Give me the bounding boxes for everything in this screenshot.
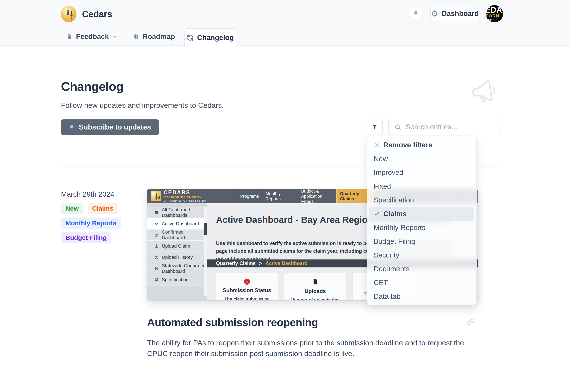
menu-item-documents[interactable]: Documents [367,262,476,276]
search-box [388,119,502,135]
brand[interactable]: Cedars [61,6,112,22]
sidebar-scrollbar[interactable] [204,207,207,296]
feedback-box-icon [66,33,73,40]
tab-feedback-label: Feedback [76,32,109,41]
sidebar-item-active-dashboard[interactable]: Active Dashboard [147,218,207,230]
nav-item-monthly-reports[interactable]: Monthly Reports [262,189,298,203]
sidebar-item-specification[interactable]: Specification [147,274,207,285]
bell-icon [69,124,75,130]
menu-item-data-tab[interactable]: Data tab [367,290,476,303]
sidebar-item-label: Active Dashboard [162,221,199,226]
globe-icon [154,266,159,271]
entry-date: March 29th 2024 [61,190,114,198]
breadcrumb-current: Active Dashboard [265,261,308,266]
sidebar-item-upload-history[interactable]: Upload History [147,252,207,263]
subscribe-button-label: Subscribe to updates [79,123,151,131]
page-title: Changelog [61,79,124,94]
sidebar-item-statewide-confirmed-dashboard[interactable]: Statewide Confirmed Dashboard [147,263,207,274]
card-title: Uploads [289,288,341,294]
screenshot-logo: CEDARS CALIFORNIA ENERGY DATA AND REPORT… [147,189,210,203]
search-icon [394,124,401,130]
sidebar-item-label: Statewide Confirmed Dashboard [162,263,207,274]
bell-icon [413,10,419,17]
breadcrumb-parent[interactable]: Quarterly Claims [216,261,256,266]
menu-item-remove-filters[interactable]: Remove filters [367,138,476,152]
scrollbar-thumb[interactable] [204,223,207,235]
sidebar-item-label: Upload Claim [162,243,190,249]
card-text: Number of uploads that have been accepte… [289,296,341,300]
card-title: Submission Status [221,287,273,294]
card-text: The claim submission cannot be confirmed… [221,296,273,300]
avatar-text: IFORNI [486,13,501,18]
close-icon [374,142,380,148]
menu-item-security[interactable]: Security [367,248,476,262]
tag-claims: Claims [88,203,118,214]
tab-changelog[interactable]: Changelog [184,28,236,47]
dashboard-gauge-icon [154,233,159,237]
chevron-down-icon [112,34,117,39]
tab-feedback[interactable]: Feedback [66,28,117,46]
sidebar-item-all-confirmed-dashboards[interactable]: All Confirmed Dashboards [147,207,207,218]
filter-button[interactable] [367,119,383,135]
breadcrumb-separator: > [259,261,262,266]
app-header: Cedars ⚙ Dashboard EDA IFORNI AND RE Fee… [0,0,569,46]
entry-body-text: The ability for PAs to reopen their subm… [147,337,476,359]
screenshot-logo-title: CEDARS [164,190,206,196]
menu-item-budget-filing[interactable]: Budget Filing [367,235,476,248]
sidebar-item-upload-claim[interactable]: Upload Claim [147,241,207,252]
subscribe-button[interactable]: Subscribe to updates [61,119,159,135]
changelog-page: Cedars ⚙ Dashboard EDA IFORNI AND RE Fee… [0,0,569,392]
funnel-icon [371,124,378,130]
sidebar-item-confirmed-dashboard[interactable]: Confirmed Dashboard [147,230,207,241]
cedars-sun-trees-icon [151,191,161,201]
tag-monthly-reports: Monthly Reports [61,218,121,229]
user-avatar[interactable]: EDA IFORNI AND RE [486,5,503,22]
sidebar-item-label: Confirmed Dashboard [162,229,207,240]
menu-item-fixed[interactable]: Fixed [367,180,476,193]
book-icon [154,278,159,282]
megaphone-icon [468,76,499,108]
entry-heading: Automated submission reopening [147,316,318,329]
document-icon [313,279,318,285]
screenshot-logo-subtitle: CALIFORNIA ENERGY [164,195,206,199]
menu-item-new[interactable]: New [367,152,476,166]
tag-budget-filing: Budget Filing [61,232,111,243]
submission-status-card: Submission Status The claim submission c… [216,273,278,300]
uploads-card: Uploads Number of uploads that have been… [284,273,346,300]
sidebar-item-label: Specification [162,277,189,282]
upload-icon [154,244,159,248]
menu-item-improved[interactable]: Improved [367,166,476,180]
menu-item-cet[interactable]: CET [367,276,476,290]
nav-item-programs[interactable]: Programs [237,189,262,203]
dashboard-gauge-icon [154,222,159,226]
sidebar-item-label: Upload History [162,254,193,260]
permalink-icon[interactable] [467,318,475,327]
tag-new: New [61,203,83,214]
menu-item-claims[interactable]: Claims [369,207,474,221]
nav-item-budget-application-filings[interactable]: Budget & Application Filings [298,189,336,203]
menu-item-label: Claims [383,210,407,218]
notifications-button[interactable] [409,6,423,21]
list-icon [154,210,159,215]
roadmap-bars-icon [132,33,139,40]
dashboard-button-label: Dashboard [442,10,479,18]
sync-arrows-icon [187,34,194,41]
sidebar-item-label: All Confirmed Dashboards [162,207,207,218]
tab-changelog-label: Changelog [197,34,234,42]
menu-item-monthly-reports[interactable]: Monthly Reports [367,221,476,235]
avatar-text: AND RE [486,18,498,22]
filter-dropdown: Remove filters New Improved Fixed Specif… [367,136,477,305]
clock-icon [154,255,159,259]
tab-roadmap-label: Roadmap [143,32,175,41]
dashboard-button[interactable]: ⚙ Dashboard [430,6,479,21]
gear-icon: ⚙ [431,10,438,18]
brand-name: Cedars [82,9,112,19]
cedars-tree-logo-icon [61,6,76,22]
menu-item-label: Remove filters [383,141,432,149]
menu-item-specification[interactable]: Specification [367,193,476,207]
entry-tags: New Claims Monthly Reports Budget Filing [61,203,154,243]
screenshot-sidebar: All Confirmed Dashboards Active Dashboar… [147,203,207,300]
tab-roadmap[interactable]: Roadmap [132,28,175,46]
search-input[interactable] [406,123,496,131]
checkmark-icon [374,211,380,217]
